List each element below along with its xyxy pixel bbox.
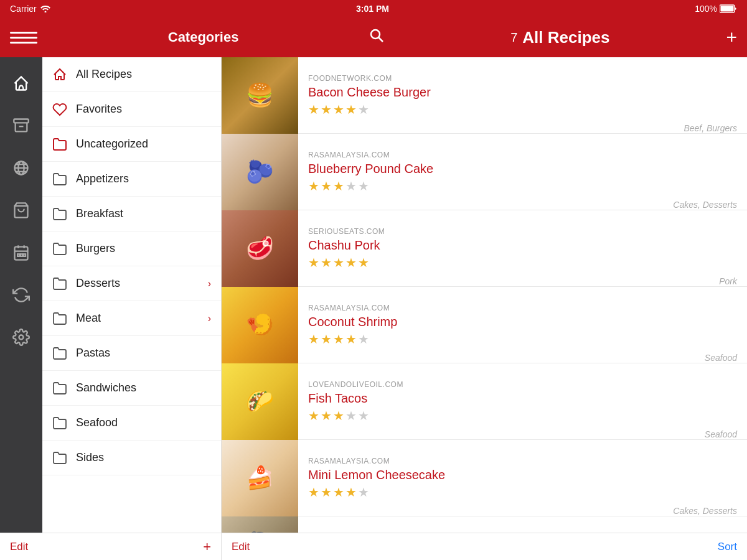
sidebar-item-appetizers[interactable]: Appetizers [42,162,221,197]
recipe-item-blueberry-pound-cake[interactable]: 🫐 RASAMALAYSIA.COM Blueberry Pound Cake … [222,134,747,210]
folder-icon [52,276,67,291]
battery-icon [720,4,737,13]
battery-info: 100% [695,4,737,14]
recipe-tags: Beef, Burgers [684,123,737,133]
rail-cart[interactable] [0,189,42,231]
recipe-name: Blueberry Pound Cake [308,162,663,176]
star-3: ★ [333,408,344,423]
recipe-sort-button[interactable]: Sort [718,541,737,553]
bottom-right-bar: Edit Sort [222,533,747,560]
star-4: ★ [345,332,357,347]
star-3: ★ [333,179,344,194]
recipe-info: RASAMALAYSIA.COM Mini Lemon Cheesecake ★… [298,449,673,507]
sidebar-item-sides[interactable]: Sides [42,441,221,475]
sidebar-item-desserts[interactable]: Desserts› [42,266,221,301]
recipe-thumbnail: 🌮 [222,363,298,440]
star-2: ★ [321,255,332,270]
recipe-source: RASAMALAYSIA.COM [308,151,663,159]
add-recipe-button[interactable]: + [726,27,737,48]
rail-sync[interactable] [0,274,42,316]
recipe-tags: Pork [719,276,737,286]
hamburger-button[interactable] [10,32,37,44]
recipe-tags: Cakes, Desserts [673,200,737,210]
star-4: ★ [345,408,357,423]
recipe-stars: ★★★★★ [308,332,695,347]
search-button[interactable] [369,28,384,47]
recipe-item-fish-tacos[interactable]: 🌮 LOVEANDOLIVEOIL.COM Fish Tacos ★★★★★ S… [222,363,747,440]
recipe-thumbnail: 🥘 [222,516,298,533]
sidebar-item-label: Burgers [76,242,211,255]
recipe-info: RASAMALAYSIA.COM Coconut Shrimp ★★★★★ [298,296,705,354]
sidebar: All RecipesFavoritesUncategorizedAppetiz… [42,57,222,533]
sidebar-item-breakfast[interactable]: Breakfast [42,197,221,231]
all-recipes-header: 7 All Recipes [394,28,726,47]
star-5: ★ [358,332,369,347]
sidebar-add-button[interactable]: + [203,539,211,555]
recipe-item-mini-lemon-cheesecake[interactable]: 🍰 RASAMALAYSIA.COM Mini Lemon Cheesecake… [222,440,747,516]
rail-calendar[interactable] [0,231,42,274]
recipe-item-coconut-shrimp[interactable]: 🍤 RASAMALAYSIA.COM Coconut Shrimp ★★★★★ … [222,287,747,363]
recipe-tags: Seafood [705,429,737,439]
svg-rect-5 [14,119,28,123]
rail-archive[interactable] [0,105,42,147]
recipe-info: RASAMALAYSIA.COM Blueberry Pound Cake ★★… [298,143,673,201]
recipe-stars: ★★★★★ [308,255,709,270]
sidebar-item-label: Meat [76,312,199,325]
sidebar-item-favorites[interactable]: Favorites [42,92,221,127]
recipe-item-partial[interactable]: 🥘 SERIOUSEATS.COM [222,516,747,533]
sidebar-edit-button[interactable]: Edit [10,541,28,553]
recipe-list: 🍔 FOODNETWORK.COM Bacon Cheese Burger ★★… [222,57,747,533]
sidebar-item-label: Seafood [76,416,211,429]
recipe-thumbnail: 🍤 [222,287,298,363]
recipe-stars: ★★★★★ [308,179,663,194]
carrier-label: Carrier [10,4,37,14]
star-4: ★ [345,179,357,194]
star-1: ★ [308,332,319,347]
svg-rect-19 [24,254,26,256]
star-5: ★ [358,255,369,270]
recipe-thumbnail: 🫐 [222,134,298,210]
rail-settings[interactable] [0,316,42,358]
star-4: ★ [345,102,357,117]
recipe-info: SERIOUSEATS.COM Chashu Pork ★★★★★ [298,220,719,278]
sidebar-item-uncategorized[interactable]: Uncategorized [42,127,221,162]
star-3: ★ [333,255,344,270]
recipe-item-bacon-cheese-burger[interactable]: 🍔 FOODNETWORK.COM Bacon Cheese Burger ★★… [222,57,747,134]
recipe-source: SERIOUSEATS.COM [308,227,709,236]
folder-icon [52,311,67,326]
carrier-info: Carrier [10,4,50,14]
star-3: ★ [333,102,344,117]
folder-icon [52,450,67,465]
star-1: ★ [308,179,319,194]
recipe-info: LOVEANDOLIVEOIL.COM Fish Tacos ★★★★★ [298,373,705,431]
recipe-item-chashu-pork[interactable]: 🥩 SERIOUSEATS.COM Chashu Pork ★★★★★ Pork [222,210,747,287]
folder-icon [52,207,67,222]
recipe-name: Fish Tacos [308,391,695,406]
recipe-info: SERIOUSEATS.COM [298,530,737,533]
sidebar-item-all-recipes[interactable]: All Recipes [42,57,221,92]
sidebar-item-burgers[interactable]: Burgers [42,231,221,266]
sidebar-item-pastas[interactable]: Pastas [42,336,221,371]
star-2: ★ [321,102,332,117]
svg-point-20 [19,335,24,340]
svg-point-0 [44,11,46,13]
time-display: 3:01 PM [356,4,389,14]
recipe-tags: Cakes, Desserts [673,506,737,516]
recipe-stars: ★★★★★ [308,408,695,423]
star-1: ★ [308,102,319,117]
sidebar-item-sandwiches[interactable]: Sandwiches [42,371,221,406]
recipe-thumbnail: 🍔 [222,57,298,134]
rail-globe[interactable] [0,147,42,189]
star-4: ★ [345,255,357,270]
sidebar-item-meat[interactable]: Meat› [42,301,221,336]
star-2: ★ [321,408,332,423]
nav-title: Categories [37,29,369,45]
home-icon [52,67,67,82]
folder-icon [52,346,67,361]
sidebar-item-label: Appetizers [76,172,211,185]
main-layout: All RecipesFavoritesUncategorizedAppetiz… [0,57,747,533]
rail-home[interactable] [0,62,42,105]
sidebar-item-seafood[interactable]: Seafood [42,406,221,441]
folder-open-icon [52,137,67,152]
recipe-edit-button[interactable]: Edit [232,541,250,553]
